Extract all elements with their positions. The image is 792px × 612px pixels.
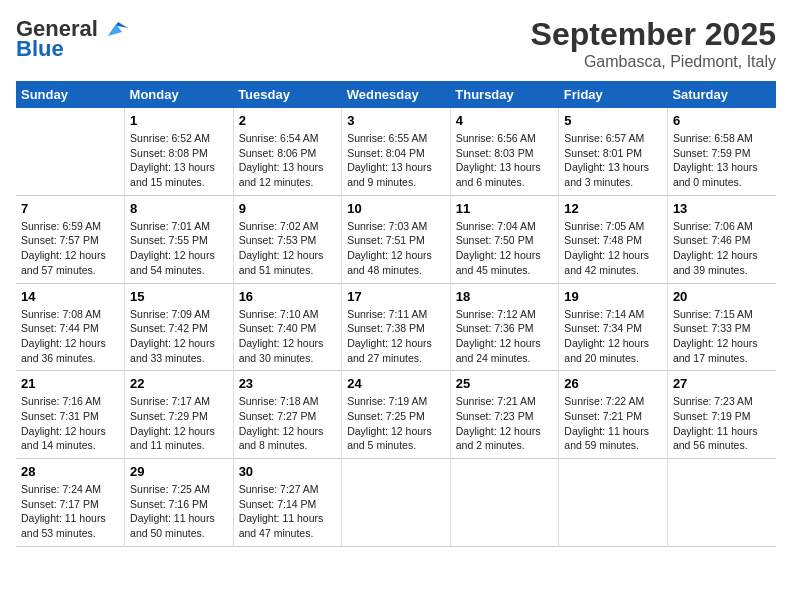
cell-content: Sunrise: 7:12 AMSunset: 7:36 PMDaylight:…: [456, 307, 554, 366]
daylight-text: Daylight: 12 hours and 8 minutes.: [239, 424, 337, 453]
calendar-cell: 11Sunrise: 7:04 AMSunset: 7:50 PMDayligh…: [450, 195, 559, 283]
sunrise-text: Sunrise: 7:21 AM: [456, 394, 554, 409]
day-number: 8: [130, 201, 228, 216]
calendar-cell: 30Sunrise: 7:27 AMSunset: 7:14 PMDayligh…: [233, 459, 342, 547]
calendar-cell: 8Sunrise: 7:01 AMSunset: 7:55 PMDaylight…: [125, 195, 234, 283]
location: Gambasca, Piedmont, Italy: [531, 53, 776, 71]
calendar-cell: 29Sunrise: 7:25 AMSunset: 7:16 PMDayligh…: [125, 459, 234, 547]
cell-content: Sunrise: 7:11 AMSunset: 7:38 PMDaylight:…: [347, 307, 445, 366]
sunset-text: Sunset: 7:23 PM: [456, 409, 554, 424]
calendar-cell: 15Sunrise: 7:09 AMSunset: 7:42 PMDayligh…: [125, 283, 234, 371]
sunset-text: Sunset: 8:08 PM: [130, 146, 228, 161]
sunrise-text: Sunrise: 7:08 AM: [21, 307, 119, 322]
week-row-3: 14Sunrise: 7:08 AMSunset: 7:44 PMDayligh…: [16, 283, 776, 371]
calendar-cell: 22Sunrise: 7:17 AMSunset: 7:29 PMDayligh…: [125, 371, 234, 459]
daylight-text: Daylight: 12 hours and 14 minutes.: [21, 424, 119, 453]
daylight-text: Daylight: 12 hours and 5 minutes.: [347, 424, 445, 453]
header-saturday: Saturday: [667, 81, 776, 108]
cell-content: Sunrise: 7:16 AMSunset: 7:31 PMDaylight:…: [21, 394, 119, 453]
sunset-text: Sunset: 7:16 PM: [130, 497, 228, 512]
day-number: 22: [130, 376, 228, 391]
sunrise-text: Sunrise: 7:27 AM: [239, 482, 337, 497]
calendar-cell: 1Sunrise: 6:52 AMSunset: 8:08 PMDaylight…: [125, 108, 234, 195]
daylight-text: Daylight: 12 hours and 17 minutes.: [673, 336, 771, 365]
calendar-cell: [16, 108, 125, 195]
calendar-cell: 10Sunrise: 7:03 AMSunset: 7:51 PMDayligh…: [342, 195, 451, 283]
cell-content: Sunrise: 7:19 AMSunset: 7:25 PMDaylight:…: [347, 394, 445, 453]
day-number: 24: [347, 376, 445, 391]
sunset-text: Sunset: 7:31 PM: [21, 409, 119, 424]
day-number: 1: [130, 113, 228, 128]
calendar-cell: 5Sunrise: 6:57 AMSunset: 8:01 PMDaylight…: [559, 108, 668, 195]
daylight-text: Daylight: 12 hours and 45 minutes.: [456, 248, 554, 277]
day-number: 9: [239, 201, 337, 216]
calendar-cell: 12Sunrise: 7:05 AMSunset: 7:48 PMDayligh…: [559, 195, 668, 283]
day-number: 12: [564, 201, 662, 216]
daylight-text: Daylight: 11 hours and 53 minutes.: [21, 511, 119, 540]
sunset-text: Sunset: 7:40 PM: [239, 321, 337, 336]
daylight-text: Daylight: 13 hours and 9 minutes.: [347, 160, 445, 189]
sunrise-text: Sunrise: 7:19 AM: [347, 394, 445, 409]
calendar-cell: 7Sunrise: 6:59 AMSunset: 7:57 PMDaylight…: [16, 195, 125, 283]
sunset-text: Sunset: 7:59 PM: [673, 146, 771, 161]
day-number: 19: [564, 289, 662, 304]
daylight-text: Daylight: 12 hours and 24 minutes.: [456, 336, 554, 365]
daylight-text: Daylight: 13 hours and 15 minutes.: [130, 160, 228, 189]
day-number: 29: [130, 464, 228, 479]
sunrise-text: Sunrise: 7:15 AM: [673, 307, 771, 322]
cell-content: Sunrise: 7:18 AMSunset: 7:27 PMDaylight:…: [239, 394, 337, 453]
daylight-text: Daylight: 12 hours and 27 minutes.: [347, 336, 445, 365]
sunset-text: Sunset: 7:34 PM: [564, 321, 662, 336]
sunset-text: Sunset: 7:33 PM: [673, 321, 771, 336]
cell-content: Sunrise: 7:03 AMSunset: 7:51 PMDaylight:…: [347, 219, 445, 278]
day-number: 28: [21, 464, 119, 479]
sunrise-text: Sunrise: 7:01 AM: [130, 219, 228, 234]
month-title: September 2025: [531, 16, 776, 53]
day-number: 25: [456, 376, 554, 391]
sunrise-text: Sunrise: 6:58 AM: [673, 131, 771, 146]
day-number: 15: [130, 289, 228, 304]
sunset-text: Sunset: 7:17 PM: [21, 497, 119, 512]
sunrise-text: Sunrise: 7:16 AM: [21, 394, 119, 409]
header-thursday: Thursday: [450, 81, 559, 108]
calendar-cell: 16Sunrise: 7:10 AMSunset: 7:40 PMDayligh…: [233, 283, 342, 371]
calendar-cell: 20Sunrise: 7:15 AMSunset: 7:33 PMDayligh…: [667, 283, 776, 371]
calendar-cell: 17Sunrise: 7:11 AMSunset: 7:38 PMDayligh…: [342, 283, 451, 371]
sunset-text: Sunset: 7:29 PM: [130, 409, 228, 424]
daylight-text: Daylight: 11 hours and 59 minutes.: [564, 424, 662, 453]
sunset-text: Sunset: 7:51 PM: [347, 233, 445, 248]
day-number: 7: [21, 201, 119, 216]
cell-content: Sunrise: 7:21 AMSunset: 7:23 PMDaylight:…: [456, 394, 554, 453]
calendar-cell: 18Sunrise: 7:12 AMSunset: 7:36 PMDayligh…: [450, 283, 559, 371]
cell-content: Sunrise: 7:27 AMSunset: 7:14 PMDaylight:…: [239, 482, 337, 541]
week-row-1: 1Sunrise: 6:52 AMSunset: 8:08 PMDaylight…: [16, 108, 776, 195]
sunrise-text: Sunrise: 7:05 AM: [564, 219, 662, 234]
sunset-text: Sunset: 8:06 PM: [239, 146, 337, 161]
day-number: 16: [239, 289, 337, 304]
daylight-text: Daylight: 11 hours and 50 minutes.: [130, 511, 228, 540]
day-number: 27: [673, 376, 771, 391]
sunrise-text: Sunrise: 7:03 AM: [347, 219, 445, 234]
header-friday: Friday: [559, 81, 668, 108]
calendar-cell: 14Sunrise: 7:08 AMSunset: 7:44 PMDayligh…: [16, 283, 125, 371]
sunset-text: Sunset: 7:53 PM: [239, 233, 337, 248]
daylight-text: Daylight: 13 hours and 12 minutes.: [239, 160, 337, 189]
sunrise-text: Sunrise: 7:12 AM: [456, 307, 554, 322]
sunrise-text: Sunrise: 7:23 AM: [673, 394, 771, 409]
calendar-cell: [667, 459, 776, 547]
cell-content: Sunrise: 7:14 AMSunset: 7:34 PMDaylight:…: [564, 307, 662, 366]
cell-content: Sunrise: 7:10 AMSunset: 7:40 PMDaylight:…: [239, 307, 337, 366]
calendar-cell: 19Sunrise: 7:14 AMSunset: 7:34 PMDayligh…: [559, 283, 668, 371]
sunset-text: Sunset: 7:14 PM: [239, 497, 337, 512]
cell-content: Sunrise: 7:24 AMSunset: 7:17 PMDaylight:…: [21, 482, 119, 541]
daylight-text: Daylight: 12 hours and 39 minutes.: [673, 248, 771, 277]
calendar-cell: 2Sunrise: 6:54 AMSunset: 8:06 PMDaylight…: [233, 108, 342, 195]
sunset-text: Sunset: 7:44 PM: [21, 321, 119, 336]
day-number: 4: [456, 113, 554, 128]
sunset-text: Sunset: 8:03 PM: [456, 146, 554, 161]
page-header: General Blue September 2025 Gambasca, Pi…: [16, 16, 776, 71]
cell-content: Sunrise: 6:59 AMSunset: 7:57 PMDaylight:…: [21, 219, 119, 278]
cell-content: Sunrise: 7:22 AMSunset: 7:21 PMDaylight:…: [564, 394, 662, 453]
sunrise-text: Sunrise: 6:52 AM: [130, 131, 228, 146]
sunrise-text: Sunrise: 7:04 AM: [456, 219, 554, 234]
